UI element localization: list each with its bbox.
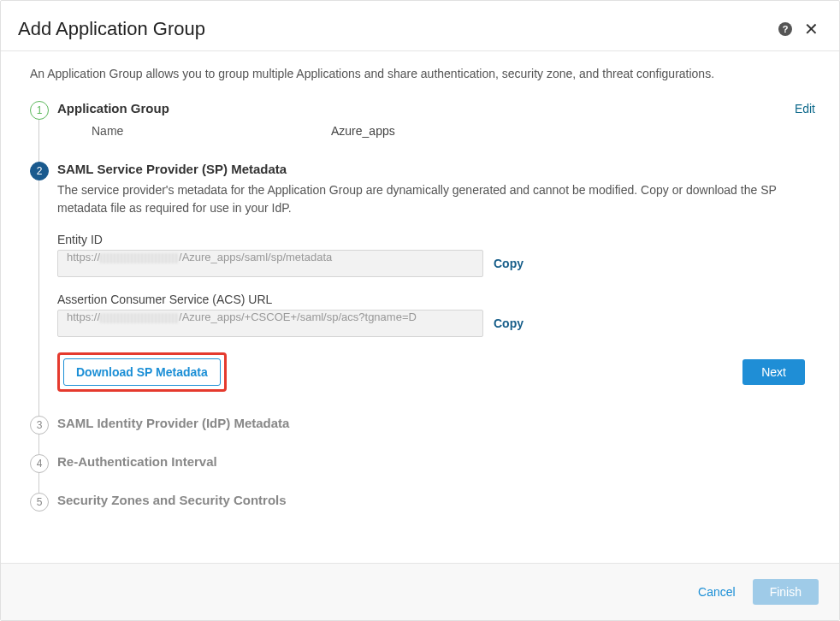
copy-entity-id[interactable]: Copy <box>494 257 524 270</box>
acs-url-prefix: https:// <box>67 310 100 323</box>
intro-text: An Application Group allows you to group… <box>30 67 815 80</box>
name-row: Name Azure_apps <box>57 124 815 138</box>
close-icon[interactable]: ✕ <box>804 21 819 38</box>
step-indicator-2: 2 <box>30 162 49 180</box>
step-application-group: 1 Application Group Edit Name Azure_apps <box>30 101 815 138</box>
step-connector <box>38 180 39 416</box>
redacted-host <box>100 253 179 263</box>
step-indicator-4: 4 <box>30 454 49 473</box>
edit-link[interactable]: Edit <box>795 102 815 115</box>
step-saml-sp-metadata: 2 SAML Service Provider (SP) Metadata Th… <box>30 162 815 392</box>
step-connector <box>38 435 39 454</box>
step-connector <box>38 473 39 493</box>
step-description: The service provider's metadata for the … <box>57 181 815 217</box>
download-highlight: Download SP Metadata <box>57 352 227 392</box>
acs-url-field: https:///Azure_apps/+CSCOE+/saml/sp/acs?… <box>57 310 483 337</box>
download-sp-metadata-button[interactable]: Download SP Metadata <box>63 358 221 386</box>
step-title-1: Application Group <box>57 101 795 115</box>
step-title-4: Re-Authentication Interval <box>57 454 815 469</box>
step-title-2: SAML Service Provider (SP) Metadata <box>57 162 815 176</box>
entity-id-group: Entity ID https:///Azure_apps/saml/sp/me… <box>57 233 815 277</box>
entity-id-prefix: https:// <box>67 251 100 263</box>
acs-url-group: Assertion Consumer Service (ACS) URL htt… <box>57 293 815 337</box>
step-saml-idp-metadata: 3 SAML Identity Provider (IdP) Metadata <box>30 416 815 430</box>
next-button[interactable]: Next <box>742 359 805 385</box>
copy-acs-url[interactable]: Copy <box>494 316 524 330</box>
dialog-title: Add Application Group <box>18 18 778 40</box>
dialog-body: An Application Group allows you to group… <box>1 51 839 563</box>
step2-actions: Download SP Metadata Next <box>57 352 815 392</box>
help-icon[interactable]: ? <box>778 22 792 36</box>
redacted-host <box>100 313 179 323</box>
finish-button[interactable]: Finish <box>753 579 819 605</box>
dialog-footer: Cancel Finish <box>1 563 839 620</box>
step-reauth-interval: 4 Re-Authentication Interval <box>30 454 815 469</box>
entity-id-label: Entity ID <box>57 233 815 246</box>
entity-id-suffix: /Azure_apps/saml/sp/metadata <box>179 251 332 263</box>
name-value: Azure_apps <box>331 124 395 138</box>
entity-id-field: https:///Azure_apps/saml/sp/metadata <box>57 250 483 277</box>
acs-url-label: Assertion Consumer Service (ACS) URL <box>57 293 815 306</box>
step-indicator-5: 5 <box>30 493 49 512</box>
add-application-group-dialog: Add Application Group ? ✕ An Application… <box>0 0 840 621</box>
step-title-3: SAML Identity Provider (IdP) Metadata <box>57 416 815 430</box>
dialog-header: Add Application Group ? ✕ <box>1 1 839 51</box>
step-indicator-3: 3 <box>30 416 49 435</box>
cancel-button[interactable]: Cancel <box>698 585 736 599</box>
step-title-5: Security Zones and Security Controls <box>57 493 815 507</box>
name-label: Name <box>92 124 331 138</box>
step-indicator-1: 1 <box>30 101 49 120</box>
step-security-zones: 5 Security Zones and Security Controls <box>30 493 815 507</box>
step-connector <box>38 120 39 162</box>
acs-url-suffix: /Azure_apps/+CSCOE+/saml/sp/acs?tgname=D <box>179 310 417 323</box>
wizard-steps: 1 Application Group Edit Name Azure_apps… <box>30 101 815 507</box>
